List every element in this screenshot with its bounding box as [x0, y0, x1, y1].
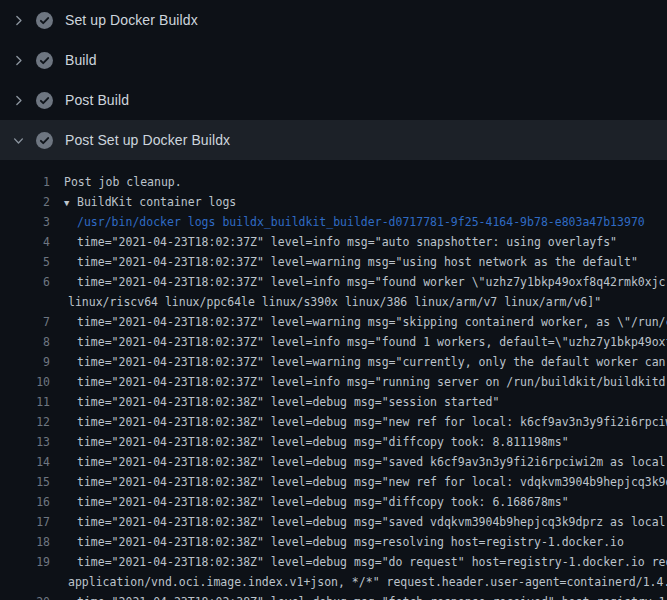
log-line-text: time="2021-04-23T18:02:37Z" level=info m…	[50, 232, 617, 252]
log-line-number[interactable]: 8	[0, 332, 50, 352]
step-row-post-set-up-docker-buildx[interactable]: Post Set up Docker Buildx	[0, 120, 667, 160]
log-line: 19time="2021-04-23T18:02:38Z" level=debu…	[0, 552, 667, 572]
log-line-number[interactable]: 4	[0, 232, 50, 252]
chevron-down-icon[interactable]	[12, 134, 25, 147]
log-line: 8time="2021-04-23T18:02:37Z" level=info …	[0, 332, 667, 352]
log-line: 13time="2021-04-23T18:02:38Z" level=debu…	[0, 432, 667, 452]
log-line-text: time="2021-04-23T18:02:38Z" level=debug …	[50, 492, 569, 512]
log-line-number[interactable]: 20	[0, 592, 50, 600]
log-line: 9time="2021-04-23T18:02:37Z" level=warni…	[0, 352, 667, 372]
log-command-text: /usr/bin/docker logs buildx_buildkit_bui…	[50, 212, 645, 232]
check-circle-icon	[36, 132, 53, 149]
log-line-number[interactable]: 1	[0, 172, 50, 192]
log-line: 20time="2021-04-23T18:02:38Z" level=debu…	[0, 592, 667, 600]
log-line-number[interactable]: 16	[0, 492, 50, 512]
check-circle-icon	[36, 12, 53, 29]
log-line: 6time="2021-04-23T18:02:37Z" level=info …	[0, 272, 667, 292]
log-line: 7time="2021-04-23T18:02:37Z" level=warni…	[0, 312, 667, 332]
step-row-post-build[interactable]: Post Build	[0, 80, 667, 120]
log-line: 14time="2021-04-23T18:02:38Z" level=debu…	[0, 452, 667, 472]
check-circle-icon	[36, 92, 53, 109]
step-title: Build	[65, 52, 97, 68]
log-line-number[interactable]: 5	[0, 252, 50, 272]
log-line-number[interactable]: 10	[0, 372, 50, 392]
log-line-number[interactable]: 7	[0, 312, 50, 332]
log-line-text: time="2021-04-23T18:02:38Z" level=debug …	[50, 452, 667, 472]
log-line-text: time="2021-04-23T18:02:37Z" level=info m…	[50, 372, 667, 392]
log-line-text: linux/riscv64 linux/ppc64le linux/s390x …	[50, 292, 601, 312]
log-line: 4time="2021-04-23T18:02:37Z" level=info …	[0, 232, 667, 252]
log-line-text: time="2021-04-23T18:02:38Z" level=debug …	[50, 532, 624, 552]
log-line-text: application/vnd.oci.image.index.v1+json,…	[50, 572, 667, 592]
log-line: 11time="2021-04-23T18:02:38Z" level=debu…	[0, 392, 667, 412]
log-line-number[interactable]: 3	[0, 212, 50, 232]
chevron-right-icon[interactable]	[12, 14, 25, 27]
log-line: 2▼BuildKit container logs	[0, 192, 667, 212]
log-line: 16time="2021-04-23T18:02:38Z" level=debu…	[0, 492, 667, 512]
check-circle-icon	[36, 52, 53, 69]
step-row-build[interactable]: Build	[0, 40, 667, 80]
log-line-text: time="2021-04-23T18:02:38Z" level=debug …	[50, 392, 499, 412]
log-line-text: ▼BuildKit container logs	[50, 192, 236, 212]
log-line-text: time="2021-04-23T18:02:38Z" level=debug …	[50, 592, 667, 600]
log-line: 17time="2021-04-23T18:02:38Z" level=debu…	[0, 512, 667, 532]
log-line-text: time="2021-04-23T18:02:37Z" level=warnin…	[50, 252, 638, 272]
log-line-number[interactable]: 11	[0, 392, 50, 412]
log-line-text: time="2021-04-23T18:02:38Z" level=debug …	[50, 512, 667, 532]
log-line-text: time="2021-04-23T18:02:38Z" level=debug …	[50, 412, 667, 432]
log-line-continuation: application/vnd.oci.image.index.v1+json,…	[0, 572, 667, 592]
log-line-continuation: linux/riscv64 linux/ppc64le linux/s390x …	[0, 292, 667, 312]
steps-list: Set up Docker BuildxBuildPost BuildPost …	[0, 0, 667, 160]
step-title: Post Set up Docker Buildx	[65, 132, 230, 148]
log-line-number[interactable]: 9	[0, 352, 50, 372]
step-title: Post Build	[65, 92, 129, 108]
log-line: 1Post job cleanup.	[0, 172, 667, 192]
log-line-number[interactable]: 13	[0, 432, 50, 452]
log-line-number[interactable]: 2	[0, 192, 50, 212]
log-line-text: time="2021-04-23T18:02:37Z" level=warnin…	[50, 312, 667, 332]
log-line-text: time="2021-04-23T18:02:38Z" level=debug …	[50, 472, 667, 492]
log-line: 15time="2021-04-23T18:02:38Z" level=debu…	[0, 472, 667, 492]
log-line-number[interactable]: 6	[0, 272, 50, 292]
log-line-number	[0, 292, 50, 312]
step-title: Set up Docker Buildx	[65, 12, 198, 28]
log-line: 10time="2021-04-23T18:02:37Z" level=info…	[0, 372, 667, 392]
log-line: 5time="2021-04-23T18:02:37Z" level=warni…	[0, 252, 667, 272]
log-line-number[interactable]: 15	[0, 472, 50, 492]
log-line-text: time="2021-04-23T18:02:37Z" level=info m…	[50, 272, 667, 292]
step-row-set-up-docker-buildx[interactable]: Set up Docker Buildx	[0, 0, 667, 40]
log-line-number	[0, 572, 50, 592]
log-line-text: time="2021-04-23T18:02:38Z" level=debug …	[50, 552, 667, 572]
triangle-down-icon[interactable]: ▼	[64, 193, 77, 213]
log-line: 18time="2021-04-23T18:02:38Z" level=debu…	[0, 532, 667, 552]
log-line-text: time="2021-04-23T18:02:37Z" level=info m…	[50, 332, 667, 352]
log-line-number[interactable]: 17	[0, 512, 50, 532]
log-line: 12time="2021-04-23T18:02:38Z" level=debu…	[0, 412, 667, 432]
chevron-right-icon[interactable]	[12, 94, 25, 107]
log-line-number[interactable]: 12	[0, 412, 50, 432]
log-line-number[interactable]: 14	[0, 452, 50, 472]
log-line-text: Post job cleanup.	[50, 172, 182, 192]
log-line-text: time="2021-04-23T18:02:38Z" level=debug …	[50, 432, 569, 452]
log-line-text: time="2021-04-23T18:02:37Z" level=warnin…	[50, 352, 667, 372]
log-area: 1Post job cleanup.2▼BuildKit container l…	[0, 160, 667, 600]
log-group-label[interactable]: BuildKit container logs	[77, 195, 236, 209]
log-line: 3/usr/bin/docker logs buildx_buildkit_bu…	[0, 212, 667, 232]
log-line-number[interactable]: 18	[0, 532, 50, 552]
chevron-right-icon[interactable]	[12, 54, 25, 67]
log-line-number[interactable]: 19	[0, 552, 50, 572]
